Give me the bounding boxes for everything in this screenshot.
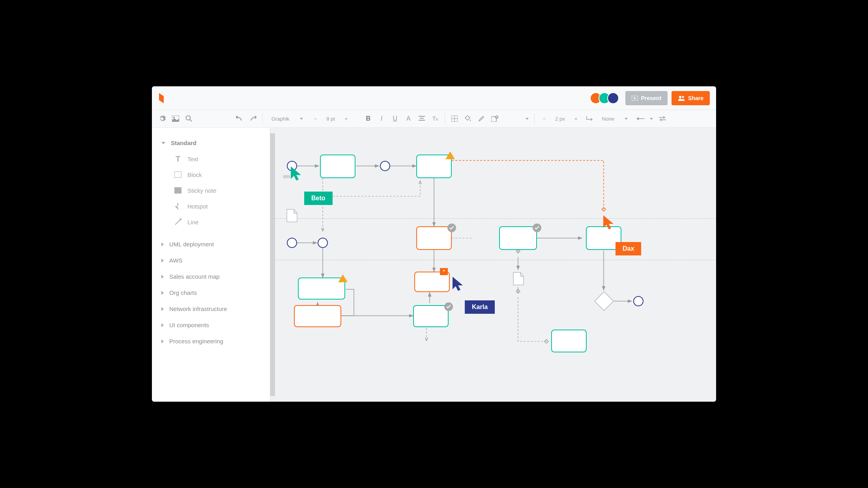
line-width-value: 2 px — [554, 116, 567, 122]
chevron-down-icon — [161, 142, 165, 144]
sidebar-group-label: Standard — [171, 140, 196, 146]
chevron-right-icon — [161, 323, 164, 327]
sidebar-item-text[interactable]: T Text — [152, 151, 270, 167]
chevron-right-icon — [161, 339, 164, 343]
sidebar-item-block[interactable]: Block — [152, 167, 270, 183]
collaborator-cursor-beto — [290, 166, 303, 182]
sidebar-group-org[interactable]: Org charts — [152, 285, 270, 301]
sidebar-group-label: Network infrastructure — [169, 305, 227, 312]
font-size-value: 8 pt — [325, 116, 337, 122]
sidebar-group-uml[interactable]: UML deployment — [152, 236, 270, 252]
collaborator-label-karla: Karla — [465, 300, 495, 314]
warning-icon — [338, 274, 348, 282]
topbar: Present Share — [152, 86, 716, 110]
collaborator-label-beto: Beto — [304, 192, 333, 205]
check-badge-icon — [444, 302, 453, 311]
sidebar-group-ui[interactable]: UI components — [152, 317, 270, 333]
sidebar-group-process[interactable]: Process engineering — [152, 333, 270, 349]
font-increase-button[interactable]: + — [342, 115, 350, 123]
task-block[interactable] — [416, 226, 452, 250]
share-button[interactable]: Share — [672, 91, 710, 105]
line-increase-button[interactable]: + — [572, 115, 580, 123]
chevron-down-icon — [300, 118, 303, 120]
sidebar-group-label: Process engineering — [169, 338, 223, 345]
undo-icon[interactable] — [236, 115, 243, 123]
end-event-circle[interactable] — [633, 296, 644, 306]
svg-line-16 — [175, 219, 181, 225]
chevron-down-icon[interactable] — [526, 118, 529, 120]
sidebar-group-aws[interactable]: AWS — [152, 252, 270, 268]
bold-button[interactable]: B — [364, 115, 372, 123]
lane-divider — [270, 260, 716, 260]
event-circle[interactable] — [380, 161, 390, 171]
task-block[interactable] — [320, 155, 355, 178]
image-icon[interactable] — [172, 115, 180, 123]
sidebar-group-standard[interactable]: Standard — [152, 135, 270, 151]
app-window: Present Share Graphik − 8 pt + B I U A T… — [152, 86, 716, 402]
lane-divider — [270, 218, 716, 219]
block-icon — [174, 171, 182, 179]
chevron-right-icon — [161, 259, 164, 263]
italic-button[interactable]: I — [378, 115, 385, 123]
collaborator-label-dax: Dax — [615, 242, 641, 255]
arrow-start-icon[interactable] — [636, 115, 644, 123]
avatar[interactable] — [607, 92, 619, 104]
lane-resize-handle[interactable] — [283, 175, 290, 178]
redo-icon[interactable] — [249, 115, 257, 123]
event-circle[interactable] — [287, 238, 297, 248]
sidebar-item-label: Line — [187, 219, 198, 225]
sidebar-item-label: Sticky note — [187, 187, 216, 194]
shape-icon[interactable] — [491, 115, 499, 123]
share-label: Share — [688, 95, 703, 101]
svg-point-1 — [679, 96, 681, 98]
sidebar-item-line[interactable]: Line — [152, 214, 270, 230]
svg-point-4 — [173, 117, 175, 118]
line-icon — [174, 218, 182, 226]
sidebar-group-label: Sales account map — [169, 273, 220, 280]
chevron-right-icon — [161, 307, 164, 311]
underline-button[interactable]: U — [391, 115, 399, 123]
pencil-icon[interactable] — [477, 115, 485, 123]
text-icon: T — [174, 155, 182, 163]
line-decrease-button[interactable]: − — [540, 115, 548, 123]
event-circle[interactable] — [318, 238, 328, 248]
present-label: Present — [641, 95, 661, 101]
check-badge-icon — [533, 224, 541, 232]
sidebar-item-sticky[interactable]: Sticky note — [152, 183, 270, 198]
sidebar-item-hotspot[interactable]: Hotspot — [152, 198, 270, 214]
document-shape[interactable] — [286, 209, 298, 223]
comment-marker[interactable]: ❞ — [440, 268, 448, 275]
diagram-canvas[interactable]: ❞ Beto Karla Dax — [270, 128, 716, 402]
task-block[interactable] — [551, 330, 587, 352]
chevron-down-icon[interactable] — [650, 118, 653, 120]
line-routing-icon[interactable] — [586, 115, 593, 123]
collaborator-cursor-dax — [602, 214, 615, 231]
task-block[interactable] — [413, 305, 449, 327]
text-color-button[interactable]: A — [404, 115, 412, 123]
svg-point-5 — [186, 116, 191, 120]
task-block[interactable] — [294, 305, 341, 327]
sidebar-group-sales[interactable]: Sales account map — [152, 268, 270, 285]
arrow-swap-icon[interactable] — [658, 115, 666, 123]
collaborator-avatars[interactable] — [593, 92, 619, 104]
warning-icon — [445, 151, 455, 159]
search-icon[interactable] — [185, 115, 193, 123]
vertical-ruler[interactable] — [270, 133, 275, 396]
task-block[interactable] — [499, 226, 537, 250]
play-screen-icon — [632, 96, 638, 101]
present-button[interactable]: Present — [625, 91, 668, 105]
sidebar-group-network[interactable]: Network infrastructure — [152, 301, 270, 317]
app-logo — [158, 93, 166, 103]
font-family-select[interactable]: Graphik — [268, 116, 306, 122]
font-decrease-button[interactable]: − — [312, 115, 320, 123]
fill-icon[interactable] — [464, 115, 472, 123]
settings-icon[interactable] — [158, 115, 166, 123]
text-format-button[interactable]: Tx — [431, 115, 439, 123]
line-style-select[interactable]: None — [599, 116, 631, 122]
align-button[interactable] — [418, 115, 426, 123]
main-body: Standard T Text Block Sticky note Hotspo… — [152, 128, 716, 402]
document-shape[interactable] — [513, 272, 524, 286]
table-icon[interactable] — [451, 115, 458, 123]
gateway-diamond[interactable] — [594, 291, 614, 311]
sticky-icon — [174, 186, 182, 194]
